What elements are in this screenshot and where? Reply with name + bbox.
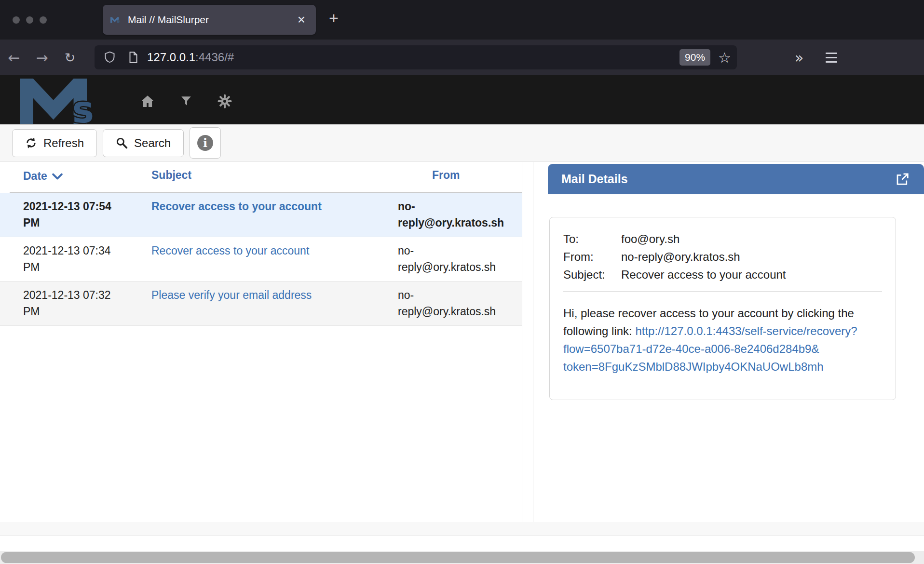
svg-text:s: s — [72, 89, 94, 124]
column-header-from[interactable]: From — [398, 169, 508, 192]
mail-date: 2021-12-13 07:34 PM — [23, 242, 137, 276]
browser-toolbar: ← → ↻ 127.0.0.1:4436/# 90% ☆ » — [0, 40, 924, 75]
url-host: 127.0.0.1 — [147, 51, 195, 64]
panel-divider-gutter — [522, 162, 533, 522]
search-button-label: Search — [134, 136, 171, 150]
window-close-button[interactable] — [13, 16, 20, 24]
page-zoom-badge[interactable]: 90% — [679, 49, 710, 66]
info-icon: i — [197, 135, 213, 151]
column-header-subject[interactable]: Subject — [151, 169, 383, 192]
window-controls[interactable] — [13, 16, 47, 24]
mail-subject-link[interactable]: Recover access to your account — [151, 242, 383, 276]
filter-icon[interactable] — [180, 94, 192, 108]
mailslurper-nav — [140, 94, 232, 108]
mail-list-row[interactable]: 2021-12-13 07:54 PM Recover access to yo… — [0, 193, 522, 237]
mail-details-title: Mail Details — [561, 172, 895, 186]
browser-tab-bar: s Mail // MailSlurper × + — [0, 0, 924, 40]
mail-details-card: To: foo@ory.sh From: no-reply@ory.kratos… — [549, 217, 896, 400]
mail-subject-link[interactable]: Recover access to your account — [151, 198, 383, 231]
horizontal-scrollbar[interactable] — [0, 551, 924, 564]
bottom-gap — [0, 536, 924, 551]
main-content: Date Subject From 2021-12-13 07:54 PM Re… — [0, 162, 924, 522]
to-value: foo@ory.sh — [621, 230, 882, 248]
mail-list-panel: Date Subject From 2021-12-13 07:54 PM Re… — [0, 162, 522, 522]
page-info-icon[interactable] — [127, 50, 139, 65]
mailslurper-header: s — [0, 75, 924, 124]
new-tab-button[interactable]: + — [329, 9, 339, 27]
detail-row-to: To: foo@ory.sh — [563, 230, 882, 248]
mail-subject-link[interactable]: Please verify your email address — [151, 287, 383, 320]
window-zoom-button[interactable] — [40, 16, 47, 24]
mail-body: Hi, please recover access to your accoun… — [563, 304, 882, 376]
column-header-date-label: Date — [23, 170, 47, 183]
bookmark-star-icon[interactable]: ☆ — [718, 49, 731, 66]
detail-row-subject: Subject: Recover access to your account — [563, 266, 882, 283]
subject-label: Subject: — [563, 266, 621, 283]
url-bar[interactable]: 127.0.0.1:4436/# 90% ☆ — [95, 45, 737, 69]
refresh-button[interactable]: Refresh — [12, 129, 97, 157]
refresh-button-label: Refresh — [43, 136, 84, 150]
mailslurper-logo: s — [16, 79, 108, 124]
mail-date: 2021-12-13 07:54 PM — [23, 198, 137, 231]
hamburger-menu-icon[interactable] — [826, 53, 837, 63]
mail-date: 2021-12-13 07:32 PM — [23, 287, 137, 320]
app-toolbar: Refresh Search i — [0, 124, 924, 162]
search-button[interactable]: Search — [103, 129, 184, 157]
card-divider — [563, 291, 882, 292]
reload-button[interactable]: ↻ — [56, 50, 84, 65]
external-link-icon[interactable] — [895, 172, 910, 187]
toolbar-overflow-icon[interactable]: » — [795, 49, 802, 66]
mail-details-header: Mail Details — [548, 164, 924, 194]
mail-list-header-row: Date Subject From — [10, 162, 522, 193]
tab-title: Mail // MailSlurper — [128, 14, 295, 26]
url-port-path: :4436/# — [195, 51, 234, 64]
refresh-icon — [25, 137, 37, 149]
mail-list-row[interactable]: 2021-12-13 07:32 PM Please verify your e… — [0, 282, 522, 326]
window-minimize-button[interactable] — [26, 16, 33, 24]
column-header-date[interactable]: Date — [23, 169, 137, 192]
detail-row-from: From: no-reply@ory.kratos.sh — [563, 248, 882, 266]
shield-permissions-icon[interactable] — [103, 50, 116, 65]
back-button[interactable]: ← — [0, 49, 28, 66]
sort-desc-chevron-icon — [52, 173, 63, 180]
gear-icon[interactable] — [217, 94, 232, 108]
subject-value: Recover access to your account — [621, 266, 882, 283]
forward-button[interactable]: → — [28, 49, 56, 66]
info-button[interactable]: i — [190, 127, 221, 159]
to-label: To: — [563, 230, 621, 248]
search-icon — [116, 137, 128, 149]
home-icon[interactable] — [140, 94, 155, 108]
browser-tab-mailslurper[interactable]: s Mail // MailSlurper × — [103, 5, 316, 35]
app-footer-strip — [0, 522, 924, 536]
mail-from: no-reply@ory.kratos.sh — [398, 242, 508, 276]
mail-from: no-reply@ory.kratos.sh — [398, 287, 508, 320]
from-value: no-reply@ory.kratos.sh — [621, 248, 882, 266]
svg-text:s: s — [117, 18, 120, 24]
mail-list-row[interactable]: 2021-12-13 07:34 PM Recover access to yo… — [0, 237, 522, 282]
tab-close-icon[interactable]: × — [295, 13, 308, 27]
mail-details-panel: Mail Details To: foo@ory.sh From: no-rep… — [533, 162, 924, 522]
mail-from: no-reply@ory.kratos.sh — [398, 198, 508, 231]
mailslurper-favicon-icon: s — [110, 16, 121, 24]
url-text[interactable]: 127.0.0.1:4436/# — [147, 51, 679, 64]
from-label: From: — [563, 248, 621, 266]
horizontal-scrollbar-thumb[interactable] — [1, 552, 915, 563]
